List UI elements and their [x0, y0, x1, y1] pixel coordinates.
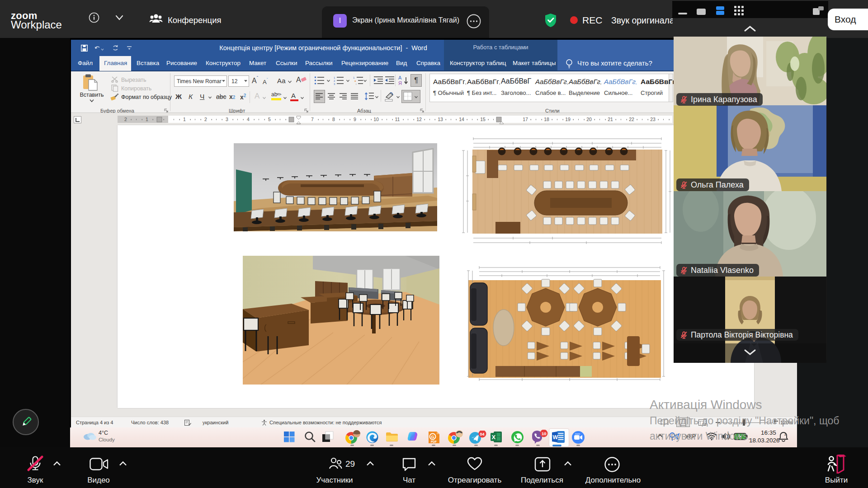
svg-text:1: 1 [183, 117, 186, 122]
svg-text:12: 12 [416, 117, 422, 122]
svg-text:4: 4 [247, 117, 250, 122]
svg-text:11: 11 [395, 117, 400, 122]
svg-text:W: W [553, 434, 558, 441]
svg-text:5: 5 [268, 117, 271, 122]
svg-text:1: 1 [353, 76, 355, 79]
svg-text:a: a [354, 80, 356, 82]
svg-text:7: 7 [311, 117, 314, 122]
svg-text:14: 14 [459, 117, 464, 122]
svg-text:PDF: PDF [431, 440, 437, 443]
svg-text:15: 15 [480, 117, 486, 122]
svg-text:1: 1 [334, 76, 335, 79]
svg-text:23: 23 [650, 117, 656, 122]
svg-text:18: 18 [544, 117, 549, 122]
svg-text:i: i [356, 83, 356, 85]
svg-text:19: 19 [565, 117, 571, 122]
svg-text:G: G [431, 435, 434, 439]
svg-text:1: 1 [146, 117, 148, 122]
svg-text:10: 10 [373, 117, 379, 122]
svg-text:17: 17 [523, 117, 528, 122]
svg-text:10: 10 [542, 431, 547, 436]
svg-text:3: 3 [226, 117, 228, 122]
svg-text:z: z [784, 432, 786, 436]
svg-text:20: 20 [586, 117, 592, 122]
svg-text:8: 8 [332, 117, 335, 122]
svg-text:2: 2 [124, 117, 127, 122]
svg-text:21: 21 [608, 117, 613, 122]
svg-text:13: 13 [438, 117, 443, 122]
svg-text:22: 22 [629, 117, 634, 122]
svg-text:zoom: zoom [575, 433, 580, 435]
svg-text:X: X [492, 434, 496, 441]
svg-text:04: 04 [480, 432, 485, 436]
svg-text:9: 9 [354, 117, 356, 122]
svg-text:2: 2 [334, 80, 335, 82]
svg-text:3: 3 [334, 83, 335, 85]
svg-text:2: 2 [204, 117, 207, 122]
